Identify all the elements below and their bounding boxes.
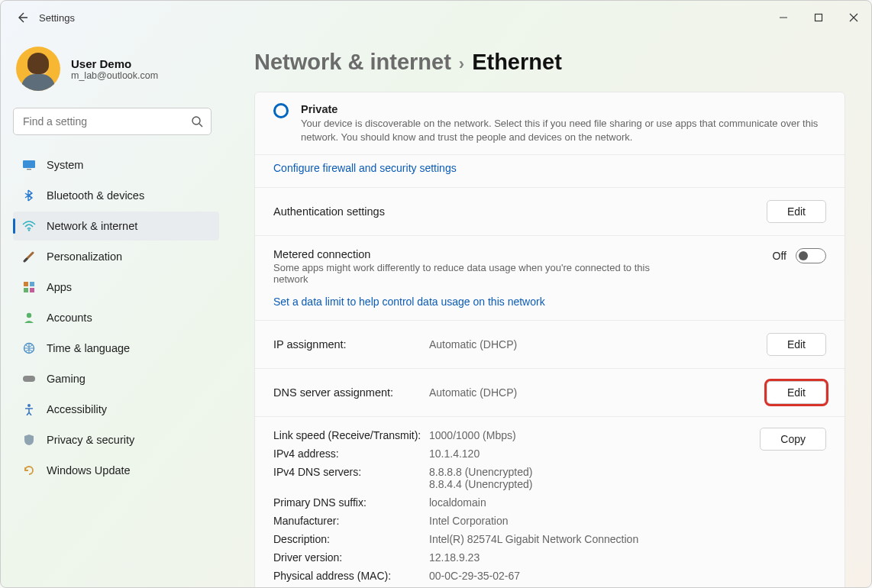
row-label: DNS server assignment: [273,386,429,399]
sidebar-item-system[interactable]: System [13,150,219,179]
sidebar-item-time[interactable]: Time & language [13,334,219,363]
firewall-link-row: Configure firewall and security settings [255,154,845,187]
apps-icon [22,280,36,294]
sidebar-item-label: Accessibility [47,403,107,415]
user-header[interactable]: User Demo m_lab@outlook.com [13,47,219,91]
shield-icon [22,433,36,447]
svg-rect-5 [24,282,28,286]
copy-button[interactable]: Copy [760,428,826,451]
svg-point-12 [27,404,31,407]
sidebar-item-label: Privacy & security [47,434,134,446]
svg-rect-6 [30,282,34,286]
update-icon [22,464,36,477]
settings-card: Private Your device is discoverable on t… [254,92,845,588]
detail-value: 12.18.9.23 [429,551,480,564]
system-icon [22,158,36,172]
data-limit-link[interactable]: Set a data limit to help control data us… [273,296,545,308]
row-label: Authentication settings [273,205,767,218]
network-profile-private[interactable]: Private Your device is discoverable on t… [255,92,845,154]
window-minimize[interactable] [766,5,801,31]
toggle-state-label: Off [773,250,786,262]
row-label: IP assignment: [273,338,429,351]
radio-selected-icon[interactable] [273,103,289,118]
detail-row: Manufacturer:Intel Corporation [273,512,826,530]
user-name: User Demo [71,57,158,70]
search-box[interactable] [13,108,212,135]
svg-rect-8 [30,288,34,292]
sidebar-item-gaming[interactable]: Gaming [13,364,219,393]
back-button[interactable] [10,5,34,30]
window-close[interactable] [836,5,871,31]
detail-value: Intel Corporation [429,515,509,527]
brush-icon [22,250,36,263]
search-icon [191,115,203,128]
row-value: Automatic (DHCP) [429,386,767,399]
accessibility-icon [22,402,36,416]
svg-point-1 [192,117,200,124]
detail-row: Description:Intel(R) 82574L Gigabit Netw… [273,530,826,548]
row-label: Metered connection [273,248,773,260]
sidebar-item-label: System [47,159,83,171]
globe-icon [22,341,36,355]
window-maximize[interactable] [801,5,836,31]
detail-row: Driver version:12.18.9.23 [273,548,826,567]
detail-key: Manufacturer: [273,515,429,527]
detail-key: IPv4 address: [273,447,429,460]
svg-rect-2 [23,160,35,168]
detail-row: IPv4 address:10.1.4.120 [273,444,826,463]
nav: System Bluetooth & devices Network & int… [13,150,219,485]
auth-row: Authentication settings Edit [255,187,845,235]
detail-key: Physical address (MAC): [273,570,429,582]
metered-toggle[interactable] [796,248,826,263]
detail-value: localdomain [429,496,486,509]
search-input[interactable] [23,115,183,128]
svg-point-9 [27,313,31,318]
main-content: Network & internet › Ethernet Private Yo… [228,34,871,588]
sidebar-item-label: Gaming [47,373,86,385]
sidebar-item-label: Accounts [47,312,92,324]
sidebar-item-label: Network & internet [47,220,137,232]
breadcrumb-current: Ethernet [472,50,562,75]
detail-key: Primary DNS suffix: [273,496,429,509]
detail-value: 8.8.8.8 (Unencrypted)8.8.4.4 (Unencrypte… [429,466,532,490]
svg-rect-7 [24,288,28,292]
ip-edit-button[interactable]: Edit [767,333,826,356]
sidebar-item-label: Time & language [47,342,130,354]
sidebar-item-update[interactable]: Windows Update [13,456,219,485]
sidebar-item-accessibility[interactable]: Accessibility [13,395,219,424]
detail-key: Driver version: [273,551,429,564]
detail-row: Link speed (Receive/Transmit):1000/1000 … [273,426,826,444]
section-title: Private [301,103,826,115]
sidebar-item-label: Personalization [47,250,122,263]
svg-rect-0 [815,15,822,21]
ip-assignment-row: IP assignment: Automatic (DHCP) Edit [255,320,845,368]
detail-value: 1000/1000 (Mbps) [429,429,516,441]
avatar [16,47,60,91]
detail-key: Link speed (Receive/Transmit): [273,429,429,441]
dns-assignment-row: DNS server assignment: Automatic (DHCP) … [255,368,845,416]
svg-point-4 [28,229,30,231]
chevron-right-icon: › [459,54,464,74]
row-desc: Some apps might work differently to redu… [273,262,670,285]
network-details: Copy Link speed (Receive/Transmit):1000/… [255,416,845,588]
person-icon [22,311,36,325]
configure-firewall-link[interactable]: Configure firewall and security settings [273,162,457,174]
detail-row: Primary DNS suffix:localdomain [273,493,826,512]
app-title: Settings [39,12,75,24]
sidebar-item-network[interactable]: Network & internet [13,212,219,241]
breadcrumb-parent[interactable]: Network & internet [254,50,451,75]
svg-rect-3 [27,169,31,170]
bluetooth-icon [22,189,36,202]
sidebar-item-personalization[interactable]: Personalization [13,242,219,271]
titlebar: Settings [1,1,871,34]
window-controls [766,5,871,31]
sidebar-item-privacy[interactable]: Privacy & security [13,425,219,454]
auth-edit-button[interactable]: Edit [767,200,826,223]
detail-row: IPv4 DNS servers:8.8.8.8 (Unencrypted)8.… [273,463,826,493]
sidebar-item-accounts[interactable]: Accounts [13,303,219,332]
sidebar-item-apps[interactable]: Apps [13,273,219,302]
sidebar-item-bluetooth[interactable]: Bluetooth & devices [13,181,219,210]
user-email: m_lab@outlook.com [71,70,158,81]
dns-edit-button[interactable]: Edit [767,381,826,404]
detail-value: 00-0C-29-35-02-67 [429,570,520,582]
